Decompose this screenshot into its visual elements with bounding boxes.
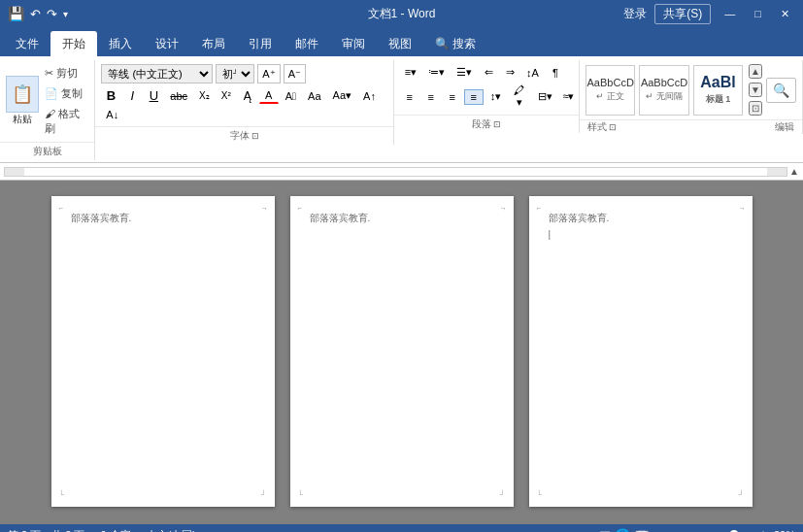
- underline-button[interactable]: U: [144, 86, 163, 105]
- page-2-corner-tl: ⌐: [298, 204, 303, 213]
- page-3-text: 部落落宾教育.: [549, 212, 733, 225]
- status-bar: 第 3 页，共 3 页 0 个字 中文(中国) ▤ 🌐 📖 － ＋ 32%: [0, 524, 803, 532]
- tab-view[interactable]: 视图: [377, 31, 423, 56]
- customize-qat-icon[interactable]: ▾: [63, 9, 68, 19]
- align-left-button[interactable]: ≡: [400, 89, 419, 105]
- paste-button[interactable]: 📋 粘贴: [6, 76, 39, 126]
- subscript-button[interactable]: X₂: [194, 88, 215, 103]
- font-expand-icon[interactable]: ⊡: [251, 131, 259, 141]
- paragraph-group-label: 段落⊡: [394, 115, 579, 133]
- undo-icon[interactable]: ↶: [30, 7, 41, 21]
- tab-mail[interactable]: 邮件: [284, 31, 330, 56]
- line-spacing-button[interactable]: ↕▾: [485, 88, 505, 105]
- tab-layout[interactable]: 布局: [190, 31, 237, 56]
- tab-insert[interactable]: 插入: [97, 31, 144, 56]
- highlight-color-button[interactable]: A⃝: [281, 88, 301, 104]
- strikethrough-button[interactable]: abc: [165, 88, 192, 104]
- styles-scroll-down[interactable]: ▼: [749, 83, 762, 97]
- share-button[interactable]: 共享(S): [654, 4, 711, 24]
- font-group-label: 字体⊡: [95, 126, 392, 145]
- redo-icon[interactable]: ↷: [47, 7, 57, 21]
- read-mode-button[interactable]: 📖: [634, 528, 650, 533]
- status-left: 第 3 页，共 3 页 0 个字 中文(中国): [8, 528, 196, 533]
- align-right-button[interactable]: ≡: [443, 89, 462, 105]
- paragraph-expand-icon[interactable]: ⊡: [493, 119, 501, 129]
- cut-button[interactable]: ✂ 剪切: [41, 64, 88, 83]
- style-heading1[interactable]: AaBl 标题 1: [693, 65, 743, 116]
- style-heading1-preview: AaBl: [700, 74, 735, 91]
- font-color-button[interactable]: A: [259, 87, 279, 104]
- print-layout-button[interactable]: ▤: [599, 528, 611, 533]
- title-bar-right: 登录 共享(S) — □ ✕: [623, 4, 795, 24]
- show-marks-button[interactable]: ¶: [546, 65, 565, 81]
- page-3-corner-tl: ⌐: [537, 204, 542, 213]
- web-layout-button[interactable]: 🌐: [615, 528, 630, 533]
- bold-button[interactable]: B: [101, 86, 120, 105]
- ribbon-tabs: 文件 开始 插入 设计 布局 引用 邮件 审阅 视图 🔍 搜索: [0, 27, 803, 56]
- page-3-corner-br: ┘: [739, 490, 745, 499]
- tab-design[interactable]: 设计: [144, 31, 190, 56]
- minimize-button[interactable]: —: [719, 6, 741, 21]
- text-effect-button[interactable]: Aa: [303, 88, 325, 104]
- italic-button[interactable]: I: [122, 86, 142, 105]
- close-button[interactable]: ✕: [775, 6, 795, 22]
- view-buttons: ▤ 🌐 📖: [599, 528, 650, 533]
- borders-button[interactable]: ⊟▾: [533, 88, 555, 105]
- copy-button[interactable]: 📄 复制: [41, 84, 88, 103]
- login-button[interactable]: 登录: [623, 6, 647, 22]
- bullet-list-button[interactable]: ≡▾: [400, 64, 421, 81]
- find-replace-button[interactable]: 🔍: [766, 78, 796, 103]
- font-case-button[interactable]: Aa▾: [328, 87, 356, 104]
- clear-format-button[interactable]: Ą: [238, 87, 257, 105]
- page-1-corner-br: ┘: [261, 490, 267, 499]
- document-content-area[interactable]: ⌐ ¬ 部落落宾教育. └ ┘ ⌐ ¬ 部落落宾教育. └ ┘ ⌐ ¬ 部落落宾…: [0, 181, 803, 524]
- page-1-corner-bl: └: [59, 490, 65, 499]
- font-size-dec-button[interactable]: A↓: [101, 107, 123, 122]
- tab-file[interactable]: 文件: [4, 31, 50, 56]
- font-group-inner: 等线 (中文正文) 初号 A⁺ A⁻ B I U abc X₂ X² Ą A A…: [95, 60, 392, 126]
- styles-group: AaBbCcD ↵ 正文 AaBbCcD ↵ 无间隔 AaBl 标题 1 ▲ ▼…: [580, 60, 803, 134]
- increase-indent-button[interactable]: ⇒: [500, 64, 519, 81]
- multilevel-list-button[interactable]: ☰▾: [452, 64, 477, 81]
- font-grow-button[interactable]: A⁺: [257, 64, 280, 83]
- window-title: 文档1 - Word: [368, 6, 436, 22]
- page-1-content[interactable]: 部落落宾教育.: [71, 212, 255, 225]
- zoom-in-button[interactable]: ＋: [756, 526, 770, 532]
- styles-scroll-up[interactable]: ▲: [749, 64, 762, 79]
- page-2: ⌐ ¬ 部落落宾教育. └ ┘: [290, 196, 514, 507]
- maximize-button[interactable]: □: [749, 6, 767, 21]
- numbered-list-button[interactable]: ≔▾: [423, 64, 450, 81]
- page-1: ⌐ ¬ 部落落宾教育. └ ┘: [51, 196, 275, 507]
- font-size-inc-button[interactable]: A↑: [358, 88, 381, 104]
- paragraph-group: ≡▾ ≔▾ ☰▾ ⇐ ⇒ ↕A ¶ ≡ ≡ ≡ ≡ ↕▾ 🖍▾ ⊟▾ ≈▾ 段落…: [394, 60, 580, 133]
- font-face-select[interactable]: 等线 (中文正文): [101, 64, 213, 83]
- styles-group-inner: AaBbCcD ↵ 正文 AaBbCcD ↵ 无间隔 AaBl 标题 1 ▲ ▼…: [580, 60, 802, 119]
- fill-color-button[interactable]: 🖍▾: [507, 83, 531, 111]
- style-normal[interactable]: AaBbCcD ↵ 正文: [586, 65, 635, 116]
- zoom-out-button[interactable]: －: [657, 526, 671, 532]
- tab-search[interactable]: 🔍 搜索: [423, 31, 487, 56]
- save-icon[interactable]: 💾: [8, 6, 24, 21]
- sort-button[interactable]: ↕A: [521, 65, 544, 81]
- tab-references[interactable]: 引用: [237, 31, 284, 56]
- align-center-button[interactable]: ≡: [421, 89, 441, 105]
- styles-expand-icon[interactable]: ⊡: [609, 122, 617, 132]
- font-group: 等线 (中文正文) 初号 A⁺ A⁻ B I U abc X₂ X² Ą A A…: [95, 60, 393, 145]
- page-3-content[interactable]: 部落落宾教育. |: [549, 212, 733, 240]
- page-1-text: 部落落宾教育.: [71, 212, 255, 225]
- decrease-indent-button[interactable]: ⇐: [479, 64, 498, 81]
- tab-review[interactable]: 审阅: [330, 31, 377, 56]
- style-no-spacing[interactable]: AaBbCcD ↵ 无间隔: [639, 65, 688, 116]
- page-1-corner-tl: ⌐: [59, 204, 64, 213]
- page-2-content[interactable]: 部落落宾教育.: [310, 212, 494, 225]
- style-heading1-label: 标题 1: [706, 93, 731, 106]
- tab-home[interactable]: 开始: [50, 31, 97, 56]
- chinese-layout-button[interactable]: ≈▾: [557, 88, 578, 105]
- font-shrink-button[interactable]: A⁻: [284, 64, 306, 83]
- format-painter-button[interactable]: 🖌 格式刷: [41, 105, 88, 138]
- font-size-select[interactable]: 初号: [216, 64, 254, 83]
- align-justify-button[interactable]: ≡: [464, 89, 484, 105]
- styles-expand[interactable]: ⊡: [749, 101, 762, 116]
- superscript-button[interactable]: X²: [217, 88, 236, 103]
- ruler-toggle-icon[interactable]: ▲: [789, 166, 799, 177]
